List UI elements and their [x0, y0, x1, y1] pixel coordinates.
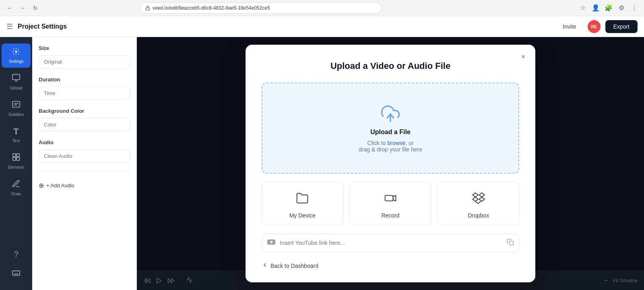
project-title: Project Settings	[18, 23, 67, 30]
file-dropzone[interactable]: Upload a File Click to browse, or drag &…	[262, 83, 519, 174]
text-icon: T	[13, 126, 19, 137]
paste-icon[interactable]	[507, 238, 514, 247]
youtube-input-row	[262, 234, 519, 252]
record-card[interactable]: Record	[350, 182, 431, 226]
dropzone-subtitle: Click to browse, or drag & drop your fil…	[359, 140, 422, 153]
bg-color-label: Background Color	[39, 108, 130, 114]
size-field[interactable]: Original	[39, 55, 130, 68]
reload-button[interactable]: ↻	[31, 3, 40, 13]
sidebar-draw-label: Draw	[11, 192, 21, 196]
lock-icon	[145, 6, 150, 10]
record-label: Record	[381, 212, 399, 219]
sidebar-item-settings[interactable]: Settings	[2, 44, 31, 68]
svg-rect-10	[17, 154, 19, 157]
settings-chrome-icon[interactable]: ⚙	[617, 3, 626, 13]
dropbox-label: Dropbox	[468, 212, 489, 219]
subtitles-icon	[12, 100, 21, 111]
settings-panel: Size Original Duration Time Background C…	[32, 37, 137, 290]
add-audio-icon: ⊕	[39, 182, 44, 189]
keyboard-icon	[12, 269, 21, 280]
modal-overlay[interactable]: × Upload a Video or Audio File	[137, 37, 644, 290]
svg-rect-6	[12, 102, 20, 108]
audio-label: Audio	[39, 139, 130, 145]
export-button[interactable]: Export	[605, 20, 638, 33]
bg-color-field[interactable]: Color	[39, 118, 130, 131]
chevron-left-icon	[262, 262, 268, 269]
duration-label: Duration	[39, 77, 130, 83]
extension-icon[interactable]: 🧩	[604, 3, 613, 13]
top-header: ☰ Project Settings Invite RE Export	[0, 16, 644, 37]
folder-icon	[296, 192, 309, 207]
option-cards: My Device Record	[262, 182, 519, 226]
modal-close-button[interactable]: ×	[518, 51, 529, 62]
sidebar-item-subtitles[interactable]: Subtitles	[2, 96, 31, 121]
svg-rect-12	[17, 157, 19, 160]
svg-rect-22	[510, 241, 514, 245]
sidebar-item-draw[interactable]: Draw	[2, 175, 31, 200]
dropzone-title: Upload a File	[370, 128, 411, 136]
add-audio-button[interactable]: ⊕ + Add Audio	[39, 179, 74, 192]
browse-link[interactable]: browse	[387, 140, 405, 146]
main-content: Settings Upload	[0, 37, 644, 290]
sidebar: Settings Upload	[0, 37, 32, 290]
profile-icon[interactable]: 👤	[591, 3, 601, 13]
upload-sidebar-icon	[12, 73, 21, 84]
browser-actions: ☆ 👤 🧩 ⚙ ⋮	[578, 3, 639, 13]
sidebar-upload-label: Upload	[10, 86, 23, 90]
back-button[interactable]: ←	[5, 3, 14, 13]
browser-chrome: ← → ↻ veed.io/edit/8eacceb5-d6c8-4832-8a…	[0, 0, 644, 16]
youtube-link-input[interactable]	[280, 240, 503, 246]
close-icon: ×	[521, 53, 526, 61]
size-label: Size	[39, 45, 130, 51]
modal-title: Upload a Video or Audio File	[262, 61, 519, 71]
menu-icon[interactable]: ⋮	[630, 3, 639, 13]
back-to-dashboard-button[interactable]: Back to Dashboard	[262, 262, 318, 269]
dropbox-card[interactable]: Dropbox	[438, 182, 519, 226]
audio-field[interactable]: Clean Audio	[39, 149, 130, 163]
upload-modal: × Upload a Video or Audio File	[246, 45, 535, 282]
sidebar-elements-label: Elements	[8, 165, 25, 170]
sidebar-settings-label: Settings	[9, 59, 23, 64]
duration-field[interactable]: Time	[39, 87, 130, 100]
forward-button[interactable]: →	[18, 3, 27, 13]
sidebar-item-upload[interactable]: Upload	[2, 69, 31, 94]
settings-icon	[12, 48, 20, 58]
svg-rect-9	[13, 154, 16, 157]
my-device-label: My Device	[289, 212, 316, 219]
svg-rect-0	[146, 8, 150, 10]
url-text: veed.io/edit/8eacceb5-d6c8-4832-8ae5-18e…	[153, 5, 270, 11]
dropbox-icon	[472, 192, 485, 207]
sidebar-item-help[interactable]: ?	[2, 246, 31, 263]
bookmark-icon[interactable]: ☆	[578, 3, 588, 13]
svg-point-2	[15, 51, 17, 53]
elements-icon	[12, 153, 21, 164]
svg-rect-13	[12, 271, 20, 276]
draw-icon	[12, 179, 21, 190]
sidebar-item-text[interactable]: T Text	[2, 122, 31, 147]
invite-button[interactable]: Invite	[556, 21, 582, 32]
svg-rect-11	[13, 157, 16, 160]
video-record-icon	[384, 192, 397, 207]
add-audio-label: + Add Audio	[46, 182, 74, 188]
avatar: RE	[588, 20, 601, 33]
sidebar-item-keyboard[interactable]	[2, 265, 31, 284]
sidebar-subtitles-label: Subtitles	[8, 112, 24, 117]
help-icon: ?	[14, 250, 18, 259]
back-to-dashboard-label: Back to Dashboard	[270, 263, 318, 269]
svg-rect-19	[385, 195, 393, 201]
app-container: ☰ Project Settings Invite RE Export Sett…	[0, 16, 644, 290]
canvas-area: − Fit Timeline × Upload a Video or Audio…	[137, 37, 644, 290]
sidebar-text-label: Text	[12, 139, 20, 143]
my-device-card[interactable]: My Device	[262, 182, 343, 226]
sidebar-item-elements[interactable]: Elements	[2, 149, 31, 174]
upload-cloud-icon	[380, 104, 401, 124]
svg-rect-3	[12, 75, 20, 80]
address-bar[interactable]: veed.io/edit/8eacceb5-d6c8-4832-8ae5-18e…	[140, 2, 382, 14]
hamburger-icon[interactable]: ☰	[6, 22, 13, 31]
youtube-icon	[267, 238, 276, 249]
